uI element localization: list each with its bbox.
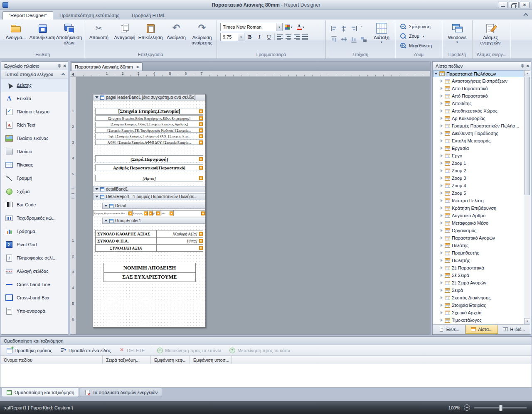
ribbon-button[interactable]: Αντιγραφή (112, 21, 138, 50)
expand-icon[interactable] (441, 281, 443, 284)
font-color-button[interactable]: ▼ (295, 23, 306, 31)
tree-item[interactable]: Αποθέτης (433, 100, 530, 107)
totals-value[interactable]: [Καθαρή Αξία] (156, 230, 203, 238)
expand-icon[interactable] (441, 289, 443, 292)
smart-tag-icon[interactable] (199, 157, 203, 161)
smart-tag-icon[interactable] (199, 166, 203, 170)
restore-button[interactable] (509, 2, 519, 8)
smart-tag-icon[interactable] (199, 128, 203, 132)
grouping-body[interactable] (1, 365, 531, 387)
align-tool-button[interactable] (349, 24, 358, 34)
report-control-cell[interactable]: [Γ... (153, 210, 160, 216)
expand-icon[interactable] (441, 79, 443, 83)
smart-tag-icon[interactable] (199, 122, 203, 126)
align-tool-button[interactable] (329, 34, 338, 44)
smart-tag-icon[interactable] (170, 211, 173, 215)
fill-color-button[interactable]: ▼ (284, 23, 294, 31)
report-control[interactable]: [Στοιχεία Εταιρίας.ΤΚ.Ταχυδρομικός Κωδικ… (95, 127, 203, 133)
report-control-date[interactable]: [Ημνία] (95, 175, 203, 181)
text-align-button[interactable] (293, 33, 301, 41)
align-tool-button[interactable] (359, 34, 368, 44)
band-page-header[interactable]: pageHeaderBand1 [ένα συγκρότημα ανά σελί… (93, 94, 205, 100)
expand-icon[interactable] (441, 117, 443, 120)
expand-icon[interactable] (441, 296, 443, 299)
dock-tab[interactable]: Έκθε... (433, 325, 466, 334)
document-tab[interactable]: Παραστατικό Λιανικής 80mm × (71, 62, 143, 71)
report-control[interactable]: [Στοιχεία Εταιρίας.Οδός] [Στοιχεία Εταιρ… (95, 122, 203, 127)
band-detail[interactable]: detailBand1 (93, 186, 205, 192)
toolbox-item[interactable]: Ετικέτα (1, 92, 68, 105)
tree-item[interactable]: Πελάτης (433, 242, 530, 249)
zoom-button[interactable]: Ζουμ ▼ (396, 32, 441, 41)
align-tool-button[interactable] (339, 24, 348, 34)
smart-tag-icon[interactable] (156, 211, 160, 215)
toolbar-button[interactable]: Προσθήκη ομάδας (3, 346, 56, 355)
report-control-cell[interactable]: Γραμμές Παραστατικών Πω... (93, 210, 133, 216)
smart-tag-icon[interactable] (199, 176, 203, 180)
tree-item[interactable]: Αρ Κυκλοφορίας (433, 115, 530, 122)
align-tool-button[interactable] (359, 24, 368, 34)
smart-tag-icon[interactable] (128, 211, 132, 215)
ribbon-button[interactable]: Αποκοπή (86, 21, 112, 50)
toolbox-item[interactable]: Αλλαγή σελίδας (1, 265, 68, 278)
smart-tag-icon[interactable] (144, 211, 148, 215)
expand-icon[interactable] (441, 304, 443, 307)
report-control-cell[interactable] (173, 210, 205, 216)
pin-icon[interactable] (520, 64, 525, 68)
tree-item[interactable]: Διεύθυνση Παράδοσης (433, 130, 530, 137)
toolbox-group-header[interactable]: Τυπικά στοιχεία ελέγχου (1, 70, 68, 78)
chevron-down-icon[interactable]: ▼ (238, 33, 244, 41)
tree-item[interactable]: Εργασία (433, 145, 530, 152)
toolbox-item[interactable]: Ταχυδρομικός κώ... (1, 211, 68, 225)
minimize-button[interactable] (498, 2, 508, 8)
dock-tab[interactable]: Τα σφάλματα δεσμών ενεργειών (80, 388, 163, 397)
expand-icon[interactable] (441, 236, 443, 240)
tree-item[interactable]: Στοιχεία Εταιρίας (433, 301, 530, 309)
tree-item[interactable]: Ζοομ 4 (433, 182, 530, 189)
dock-tab[interactable]: Λίστα... (466, 325, 498, 334)
tree-item[interactable]: Εργο (433, 152, 530, 159)
expand-icon[interactable] (441, 87, 443, 90)
chevron-down-icon[interactable]: ▼ (276, 23, 282, 31)
zoom-button[interactable]: Μεγέθυνση ▼ (396, 41, 441, 51)
toolbox-item[interactable]: Πλαίσιο (1, 145, 68, 158)
expand-icon[interactable] (441, 199, 443, 202)
smart-tag-icon[interactable] (199, 110, 203, 113)
collapse-icon[interactable] (95, 96, 99, 98)
expand-icon[interactable] (441, 221, 443, 225)
dock-tab[interactable]: Ομαδοποίηση και ταξινόμηση (2, 388, 79, 397)
scroll-down-icon[interactable]: ▼ (524, 318, 530, 324)
smart-tag-icon[interactable] (199, 246, 203, 250)
toolbox-item[interactable]: Σχήμα (1, 185, 68, 198)
report-control-cell[interactable]: [αίο... (160, 210, 174, 216)
report-page[interactable]: pageHeaderBand1 [ένα συγκρότημα ανά σελί… (93, 94, 206, 328)
collapse-icon[interactable] (104, 205, 108, 207)
tree-item[interactable]: Αποθηκευτικός Χώρος (433, 107, 530, 115)
underline-button[interactable]: U (265, 33, 273, 41)
tree-item[interactable]: Σειρά (433, 287, 530, 294)
toolbox-item[interactable]: Πίνακας (1, 158, 68, 171)
align-tool-button[interactable] (339, 34, 348, 44)
zoom-slider-thumb[interactable] (499, 405, 502, 411)
tree-item[interactable]: Αντιστοιχήσεις Εισπράξεων (433, 77, 530, 85)
toolbox-item[interactable]: Bar Code (1, 198, 68, 211)
expand-icon[interactable] (441, 229, 443, 232)
column-header[interactable]: Όνομα πεδίου (0, 356, 103, 364)
font-name-combo[interactable]: Times New Roman ▼ (220, 23, 283, 31)
toolbar-button[interactable]: DELETE (116, 346, 149, 355)
ribbon-collapse-icon[interactable] (524, 13, 527, 16)
scrollbar-thumb[interactable] (525, 77, 530, 195)
tree-item[interactable]: Οργανισμός (433, 227, 530, 234)
toolbar-button[interactable]: Μετακίνηση προς τα επάνω (152, 346, 225, 355)
toolbox-item[interactable]: Γραμμή (1, 171, 68, 185)
smart-tag-icon[interactable] (149, 211, 153, 215)
smart-tag-icon[interactable] (199, 140, 203, 144)
expand-icon[interactable] (441, 184, 443, 187)
band-detail-inner[interactable]: Detail (102, 203, 205, 209)
totals-value[interactable] (156, 244, 203, 252)
totals-label[interactable]: ΣΥΝΟΛΙΚΗ ΑΞΙΑ (95, 244, 157, 252)
toolbox-item[interactable]: Γράφημα (1, 225, 68, 238)
tree-root-item[interactable]: Παραστατικά Πωλήσεων (433, 70, 530, 77)
tree-item[interactable]: Σχετικά Αρχεία (433, 309, 530, 316)
ruler-origin-button[interactable] (70, 71, 76, 77)
